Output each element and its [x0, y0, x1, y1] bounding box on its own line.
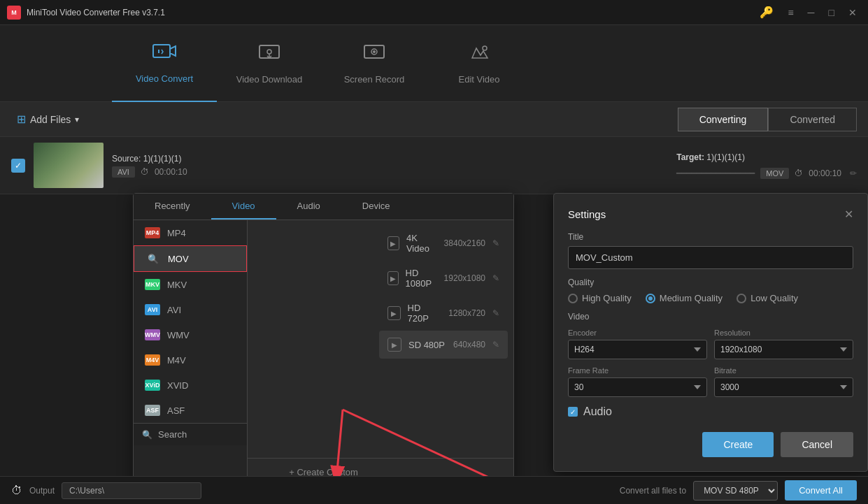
convert-format-select[interactable]: MOV SD 480P	[693, 481, 778, 501]
clock-icon-target: ⏱	[795, 168, 803, 178]
video-download-label: Video Download	[236, 74, 302, 85]
bitrate-label: Bitrate	[714, 366, 853, 375]
menu-icon[interactable]: ≡	[783, 6, 797, 20]
preset-hd720-edit[interactable]: ✎	[492, 308, 499, 318]
format-avi[interactable]: AVI AVI	[134, 297, 247, 322]
format-asf[interactable]: ASF ASF	[134, 398, 247, 423]
format-xvid[interactable]: XViD XVID	[134, 373, 247, 398]
tab-screen-record[interactable]: Screen Record	[322, 25, 427, 102]
window-controls: 🔑 ≡ ─ □ ✕	[755, 4, 861, 20]
app-logo: M	[7, 6, 21, 20]
resolution-label: Resolution	[714, 329, 853, 337]
preset-hd1080[interactable]: ▶ HD 1080P 1920x1080 ✎	[379, 261, 508, 296]
resolution-select[interactable]: 1920x1080	[714, 340, 853, 359]
preset-4k-label: 4K Video	[406, 233, 437, 254]
convert-status-tabs: Converting Converted	[678, 108, 857, 131]
bitrate-field: Bitrate 3000	[714, 366, 853, 397]
encoder-select[interactable]: H264	[568, 340, 707, 359]
video-convert-icon	[152, 42, 177, 68]
preset-hd1080-label: HD 1080P	[406, 268, 437, 289]
search-box[interactable]: 🔍	[134, 423, 247, 445]
bitrate-select[interactable]: 3000	[714, 377, 853, 397]
edit-video-icon	[467, 43, 492, 69]
tab-video-convert[interactable]: Video Convert	[112, 25, 217, 102]
audio-checkbox[interactable]: ✓	[568, 407, 578, 417]
audio-tab[interactable]: Audio	[276, 194, 341, 219]
search-icon: 🔍	[142, 430, 152, 440]
device-tab[interactable]: Device	[341, 194, 411, 219]
format-mov[interactable]: 🔍 MOV	[134, 245, 247, 272]
mp4-label: MP4	[167, 228, 186, 238]
preset-hd720-icon: ▶	[387, 306, 401, 320]
target-duration: 00:00:10	[809, 168, 841, 178]
clock-icon-source: ⏱	[141, 167, 149, 177]
preset-hd1080-edit[interactable]: ✎	[492, 273, 499, 283]
format-mp4[interactable]: MP4 MP4	[134, 220, 247, 245]
frame-rate-select[interactable]: 30	[568, 377, 707, 397]
preset-4k[interactable]: ▶ 4K Video 3840x2160 ✎	[379, 226, 508, 261]
search-input[interactable]	[158, 429, 239, 440]
avi-icon: AVI	[145, 304, 160, 315]
convert-all-section: Convert all files to MOV SD 480P Convert…	[620, 480, 857, 501]
low-quality-radio[interactable]	[737, 294, 746, 303]
resolution-field: Resolution 1920x1080	[714, 329, 853, 359]
output-path-input[interactable]	[62, 482, 201, 499]
tab-video-download[interactable]: Video Download	[217, 25, 322, 102]
main-content: ✓ Source: 1)(1)(1)(1) AVI ⏱ 00:00:10 Tar…	[0, 137, 868, 476]
minimize-button[interactable]: ─	[804, 6, 819, 20]
high-quality-option[interactable]: High Quality	[568, 293, 632, 303]
source-duration: 00:00:10	[155, 167, 187, 177]
converting-tab[interactable]: Converting	[678, 108, 769, 131]
add-files-label: Add Files	[30, 114, 71, 125]
edit-pencil-icon[interactable]: ✏	[850, 168, 857, 178]
nav-tabs: Video Convert Video Download Screen Reco…	[0, 25, 868, 102]
convert-all-button[interactable]: Convert All	[785, 480, 857, 501]
preset-hd720[interactable]: ▶ HD 720P 1280x720 ✎	[379, 296, 508, 331]
create-button[interactable]: Create	[702, 432, 774, 457]
svg-point-6	[483, 46, 487, 50]
wmv-icon: WMV	[145, 329, 160, 340]
key-icon: 🔑	[755, 4, 778, 20]
preset-sd480-resolution: 640x480	[453, 340, 485, 350]
preset-sd480[interactable]: ▶ SD 480P 640x480 ✎	[379, 331, 508, 359]
toolbar: ⊞ Add Files ▾ Converting Converted	[0, 102, 868, 137]
converted-tab[interactable]: Converted	[768, 108, 857, 131]
maximize-button[interactable]: □	[825, 6, 839, 20]
medium-quality-option[interactable]: Medium Quality	[646, 293, 723, 303]
m4v-label: M4V	[167, 355, 186, 366]
medium-quality-radio[interactable]	[646, 294, 655, 303]
low-quality-option[interactable]: Low Quality	[737, 293, 798, 303]
wmv-label: WMV	[167, 330, 190, 340]
format-m4v[interactable]: M4V M4V	[134, 347, 247, 373]
tab-edit-video[interactable]: Edit Video	[427, 25, 532, 102]
preset-sd480-icon: ▶	[387, 338, 401, 352]
edit-video-label: Edit Video	[458, 74, 499, 85]
preset-4k-edit[interactable]: ✎	[492, 238, 499, 248]
bottom-bar: ⏱ Output Convert all files to MOV SD 480…	[0, 476, 868, 504]
format-mkv[interactable]: MKV MKV	[134, 272, 247, 297]
close-button[interactable]: ✕	[844, 6, 861, 20]
video-tab[interactable]: Video	[211, 194, 276, 219]
recently-tab[interactable]: Recently	[134, 194, 211, 219]
settings-close-button[interactable]: ✕	[844, 208, 853, 221]
settings-header: Settings ✕	[568, 208, 853, 221]
video-field-label: Video	[568, 312, 853, 322]
encoder-field: Encoder H264	[568, 329, 707, 359]
mov-label: MOV	[168, 254, 189, 264]
file-thumbnail	[34, 143, 104, 188]
preset-sd480-edit[interactable]: ✎	[492, 340, 499, 350]
avi-label: AVI	[167, 305, 181, 315]
format-panel: Recently Video Audio Device MP4 MP4 🔍	[133, 193, 514, 476]
high-quality-radio[interactable]	[568, 294, 578, 303]
screen-record-icon	[362, 43, 387, 69]
add-files-button[interactable]: ⊞ Add Files ▾	[11, 110, 85, 129]
file-checkbox[interactable]: ✓	[11, 159, 25, 173]
preset-sd480-label: SD 480P	[408, 340, 445, 350]
settings-buttons: Create Cancel	[568, 432, 853, 457]
format-wmv[interactable]: WMV WMV	[134, 322, 247, 347]
title-input[interactable]	[568, 246, 853, 269]
preset-hd720-resolution: 1280x720	[448, 308, 485, 318]
create-custom-button[interactable]: + Create Custom	[289, 467, 358, 476]
cancel-button[interactable]: Cancel	[781, 432, 853, 457]
svg-rect-0	[153, 45, 170, 57]
